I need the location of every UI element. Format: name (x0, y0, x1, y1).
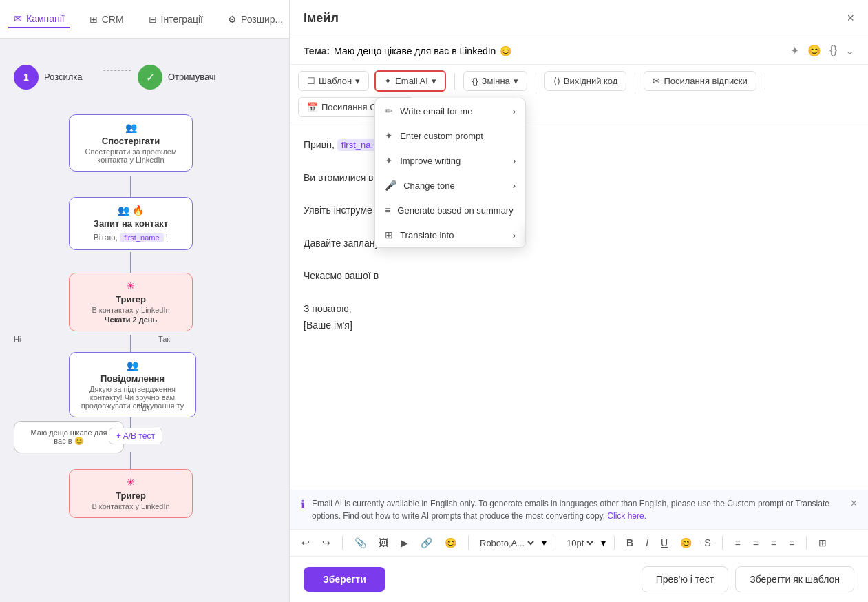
node-trigger2-icon: ✳ (127, 477, 135, 488)
source-code-btn[interactable]: ⟨⟩ Вихідний код (544, 71, 627, 91)
template-icon: ☐ (307, 76, 315, 86)
fmt-sep4 (614, 536, 615, 550)
undo-btn[interactable]: ↩ (298, 535, 313, 550)
nav-integrations[interactable]: ⊟ Інтеграції (143, 11, 209, 28)
node-observe[interactable]: 👥 Спостерігати Спостерігати за профілем … (69, 114, 193, 172)
subject-toolbar-icons: ✦ 😊 {} ⌄ (790, 44, 854, 57)
extensions-icon: ⚙ (228, 14, 237, 25)
unsubscribe-btn[interactable]: ✉ Посилання відписки (644, 71, 756, 91)
underline-btn[interactable]: U (657, 535, 671, 550)
image-btn[interactable]: 🖼 (375, 535, 392, 550)
source-icon: ⟨⟩ (553, 76, 560, 86)
conn5 (130, 452, 131, 469)
conn1 (130, 176, 131, 197)
ai-translate-item[interactable]: ⊞ Translate into › Slovenian (375, 222, 525, 247)
redo-btn[interactable]: ↪ (319, 535, 334, 550)
strikethrough-btn[interactable]: S (701, 535, 714, 550)
save-template-btn[interactable]: Зберегти як шаблон (735, 566, 854, 592)
top-navigation: ✉ Кампанії ⊞ CRM ⊟ Інтеграції ⚙ Розшир..… (0, 0, 289, 39)
emoji-format-btn[interactable]: 😊 (677, 535, 695, 550)
video-btn[interactable]: ▶ (397, 535, 412, 550)
emoji-icon[interactable]: 😊 (807, 44, 821, 57)
emoji-picker-btn[interactable]: 😊 (441, 535, 460, 550)
email-ai-btn[interactable]: ✦ Email AI ▾ (374, 70, 446, 92)
font-size-select[interactable]: 10pt (564, 537, 595, 549)
nav-crm[interactable]: ⊞ CRM (84, 11, 129, 28)
info-bar: ℹ Email AI is currently available in Eng… (290, 490, 868, 529)
toolbar-sep1 (454, 73, 455, 90)
card-linkedin[interactable]: Маю дещо цікаве для вас в 😊 (14, 421, 124, 453)
ab-test-btn[interactable]: + A/B тест (109, 428, 162, 444)
attach-btn[interactable]: 📎 (351, 535, 370, 550)
modal-close-btn[interactable]: × (847, 11, 854, 25)
variable-btn[interactable]: {} Змінна ▾ (463, 71, 527, 91)
conn2 (130, 252, 131, 273)
indent-btn[interactable]: ≡ (785, 535, 798, 550)
ai-generate-summary-item[interactable]: ≡ Generate based on summary (375, 198, 525, 222)
ai-write-email-item[interactable]: ✏ Write email for me › (375, 98, 525, 123)
crm-icon: ⊞ (89, 14, 98, 25)
node-message[interactable]: 👥 Повідомлення Дякую за підтвердження ко… (69, 352, 196, 417)
link-btn[interactable]: 🔗 (417, 535, 436, 550)
ordered-list-btn[interactable]: ≡ (750, 535, 762, 550)
italic-btn[interactable]: I (642, 535, 652, 550)
ai-improve-writing-item[interactable]: ✦ Improve writing › (375, 148, 525, 173)
save-btn[interactable]: Зберегти (304, 567, 385, 592)
info-text: Email AI is currently available in Engli… (312, 497, 844, 522)
info-bar-close-btn[interactable]: × (851, 497, 857, 510)
node-contact-request[interactable]: 👥 🔥 Запит на контакт Вітаю, first_name ! (69, 197, 193, 250)
node-observe-icon: 👥 (125, 122, 137, 133)
template-chevron-icon: ▾ (355, 76, 360, 86)
fmt-sep1 (342, 536, 343, 550)
translate-icon: ⊞ (385, 229, 393, 240)
step2-label: Отримувачі (168, 72, 216, 82)
ai-translate-left: ⊞ Translate into (385, 229, 454, 240)
fmt-sep6 (806, 536, 807, 550)
campaigns-icon: ✉ (14, 13, 22, 24)
email-name-placeholder: [Ваше ім'я] (304, 318, 854, 334)
ai-custom-prompt-left: ✦ Enter custom prompt (385, 130, 483, 141)
variable-icon: {} (472, 76, 478, 86)
custom-prompt-icon: ✦ (385, 130, 393, 141)
ai-change-tone-item[interactable]: 🎤 Change tone › (375, 173, 525, 198)
translate-chevron-icon: › (513, 230, 516, 240)
toolbar-sep3 (635, 73, 635, 90)
ai-custom-prompt-item[interactable]: ✦ Enter custom prompt (375, 123, 525, 148)
fmt-sep2 (468, 536, 469, 550)
modal-header: Імейл × (290, 0, 868, 37)
improve-chevron-icon: › (513, 156, 516, 166)
preview-btn[interactable]: Прев'ю і тест (642, 566, 729, 592)
write-email-icon: ✏ (385, 105, 393, 116)
info-icon: ℹ (301, 498, 305, 511)
calendly-icon: 📅 (307, 102, 318, 112)
font-family-select[interactable]: Roboto,A... (477, 537, 536, 549)
code-icon[interactable]: {} (829, 44, 837, 57)
node-trigger2[interactable]: ✳ Тригер В контактах у LinkedIn (69, 469, 193, 518)
ai-summary-left: ≡ Generate based on summary (385, 205, 514, 216)
tone-chevron-icon: › (513, 180, 516, 191)
integrations-icon: ⊟ (149, 14, 157, 25)
size-chevron-icon: ▾ (601, 537, 606, 548)
bold-btn[interactable]: B (623, 535, 637, 550)
nav-extensions[interactable]: ⚙ Розшир... (222, 11, 288, 28)
info-link[interactable]: Click here. (607, 511, 646, 521)
unordered-list-btn[interactable]: ≡ (731, 535, 743, 550)
subject-text: Маю дещо цікаве для вас в LinkedIn (334, 45, 496, 56)
align-left-btn[interactable]: ≡ (768, 535, 780, 550)
label-tak-right: Так (158, 335, 170, 343)
node-trigger1[interactable]: ✳ Тригер В контактах у LinkedIn Чекати 2… (69, 273, 193, 331)
nav-campaigns[interactable]: ✉ Кампанії (8, 10, 70, 28)
summary-icon: ≡ (385, 205, 390, 216)
conn3 (130, 335, 131, 352)
node-contact-greeting: Вітаю, first_name ! (94, 231, 168, 242)
email-ai-dropdown-container: ✦ Email AI ▾ ✏ Write email for me › ✦ En… (374, 70, 446, 92)
chevron-down-icon[interactable]: ⌄ (845, 44, 854, 57)
node-trigger1-wait: Чекати 2 день (105, 315, 157, 324)
step2-check: ✓ (138, 65, 162, 90)
template-btn[interactable]: ☐ Шаблон ▾ (298, 71, 369, 91)
magic-icon[interactable]: ✦ (790, 44, 799, 57)
fmt-sep3 (555, 536, 555, 550)
modal-footer: Зберегти Прев'ю і тест Зберегти як шабло… (290, 556, 868, 602)
table-btn[interactable]: ⊞ (815, 535, 830, 550)
ai-star-icon: ✦ (384, 76, 392, 86)
